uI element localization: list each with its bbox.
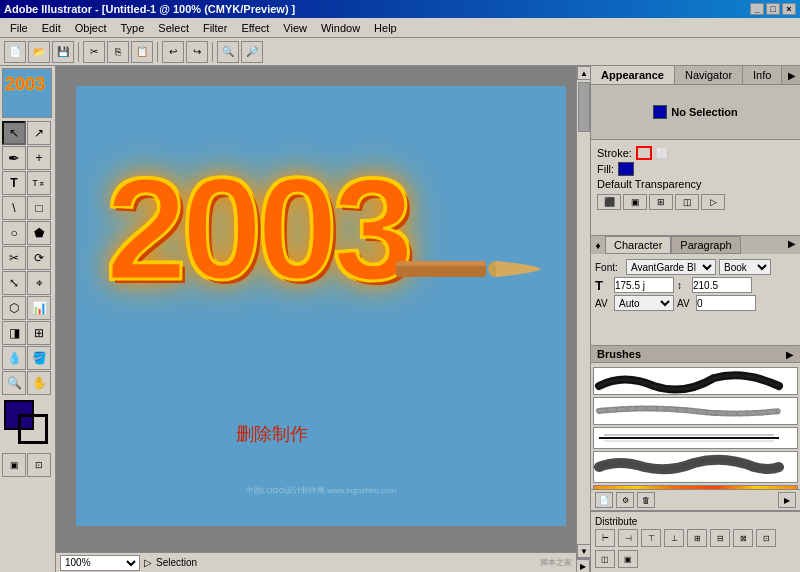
scroll-thumb-v[interactable] [578,82,590,132]
canvas-subtitle: 删除制作 [236,422,308,446]
menu-edit[interactable]: Edit [36,20,67,36]
menu-help[interactable]: Help [368,20,403,36]
tool-warp[interactable]: ⌖ [27,271,51,295]
brush-delete-btn[interactable]: 🗑 [637,492,655,508]
tool-scale[interactable]: ⤡ [2,271,26,295]
char-panel-left-arrow[interactable]: ♦ [591,236,605,254]
canvas-text-2003[interactable]: 2003 [106,146,409,313]
dist-btn-4[interactable]: ⊥ [664,529,684,547]
dist-btn-7[interactable]: ⊠ [733,529,753,547]
tool-gradient[interactable]: ◨ [2,321,26,345]
toolbar-undo[interactable]: ↩ [162,41,184,63]
dist-btn-6[interactable]: ⊟ [710,529,730,547]
tool-eyedropper[interactable]: 💧 [2,346,26,370]
toolbar-paste[interactable]: 📋 [131,41,153,63]
brush-item-1[interactable] [593,367,798,395]
dist-btn-1[interactable]: ⊢ [595,529,615,547]
tool-area-type[interactable]: T⌅ [27,171,51,195]
title-bar: Adobe Illustrator - [Untitled-1 @ 100% (… [0,0,800,18]
tool-ellipse[interactable]: ○ [2,221,26,245]
brush-item-2[interactable] [593,397,798,425]
menu-window[interactable]: Window [315,20,366,36]
font-select[interactable]: AvantGarde Bl [626,259,716,275]
tool-add-anchor[interactable]: + [27,146,51,170]
tab-info[interactable]: Info [743,66,782,84]
scroll-down-btn[interactable]: ▼ [577,544,590,558]
toolbar-save[interactable]: 💾 [52,41,74,63]
menu-type[interactable]: Type [115,20,151,36]
toolbar-copy[interactable]: ⎘ [107,41,129,63]
tool-rotate[interactable]: ⟳ [27,246,51,270]
char-panel-menu[interactable]: ▶ [784,236,800,254]
fill-color-indicator[interactable] [618,162,634,176]
tool-scissors[interactable]: ✂ [2,246,26,270]
tool-line[interactable]: \ [2,196,26,220]
dist-btn-2[interactable]: ⊣ [618,529,638,547]
toolbar-new[interactable]: 📄 [4,41,26,63]
tool-paint-bucket[interactable]: 🪣 [27,346,51,370]
opacity-btn-5[interactable]: ▷ [701,194,725,210]
menu-object[interactable]: Object [69,20,113,36]
toolbar-open[interactable]: 📂 [28,41,50,63]
tool-zoom[interactable]: 🔍 [2,371,26,395]
tool-full-screen[interactable]: ⊡ [27,453,51,477]
brushes-panel-menu[interactable]: ▶ [786,349,794,360]
tool-polygon[interactable]: ⬟ [27,221,51,245]
tool-rect[interactable]: □ [27,196,51,220]
tool-direct-select[interactable]: ↗ [27,121,51,145]
brush-item-3[interactable] [593,427,798,449]
scroll-right-btn[interactable]: ▶ [576,559,590,572]
opacity-btn-3[interactable]: ⊞ [649,194,673,210]
tool-graph[interactable]: 📊 [27,296,51,320]
brush-menu-btn[interactable]: ▶ [778,492,796,508]
dist-btn-3[interactable]: ⊤ [641,529,661,547]
tab-paragraph[interactable]: Paragraph [671,236,740,254]
kerning-input[interactable] [696,295,756,311]
menu-file[interactable]: File [4,20,34,36]
canvas[interactable]: 2003 删除制作 中国LOGO设计制作网 www.logozhiru [76,86,566,526]
toolbar-zoom-out[interactable]: 🔎 [241,41,263,63]
tool-blend[interactable]: ⬡ [2,296,26,320]
dist-btn-8[interactable]: ⊡ [756,529,776,547]
stroke-color-indicator[interactable] [636,146,652,160]
close-button[interactable]: × [782,3,796,15]
tool-pen[interactable]: ✒ [2,146,26,170]
font-size-input[interactable] [614,277,674,293]
window-controls[interactable]: _ □ × [750,3,796,15]
dist-btn-10[interactable]: ▣ [618,550,638,568]
dist-btn-9[interactable]: ◫ [595,550,615,568]
leading-input[interactable] [692,277,752,293]
brush-item-4[interactable] [593,451,798,483]
toolbar-redo[interactable]: ↪ [186,41,208,63]
opacity-btn-2[interactable]: ▣ [623,194,647,210]
menu-view[interactable]: View [277,20,313,36]
tool-hand[interactable]: ✋ [27,371,51,395]
font-style-select[interactable]: Book [719,259,771,275]
menu-effect[interactable]: Effect [235,20,275,36]
status-zoom-select[interactable]: 100% 50% 200% [60,555,140,571]
opacity-btn-4[interactable]: ◫ [675,194,699,210]
opacity-btn-1[interactable]: ⬛ [597,194,621,210]
maximize-button[interactable]: □ [766,3,780,15]
tab-character[interactable]: Character [605,236,671,254]
tool-screen-mode[interactable]: ▣ [2,453,26,477]
appearance-panel-menu[interactable]: ▶ [782,66,800,84]
tab-appearance[interactable]: Appearance [591,66,675,84]
toolbar-zoom-in[interactable]: 🔍 [217,41,239,63]
menu-filter[interactable]: Filter [197,20,233,36]
brush-options-btn[interactable]: ⚙ [616,492,634,508]
panel-menu-icon[interactable]: ▶ [788,70,796,81]
tab-navigator[interactable]: Navigator [675,66,743,84]
tracking-select[interactable]: Auto 0 [614,295,674,311]
menu-bar: File Edit Object Type Select Filter Effe… [0,18,800,38]
stroke-color-box[interactable] [18,414,48,444]
toolbar-cut[interactable]: ✂ [83,41,105,63]
tool-type[interactable]: T [2,171,26,195]
tool-mesh[interactable]: ⊞ [27,321,51,345]
minimize-button[interactable]: _ [750,3,764,15]
scroll-up-btn[interactable]: ▲ [577,66,590,80]
brush-new-btn[interactable]: 📄 [595,492,613,508]
menu-select[interactable]: Select [152,20,195,36]
dist-btn-5[interactable]: ⊞ [687,529,707,547]
tool-select[interactable]: ↖ [2,121,26,145]
